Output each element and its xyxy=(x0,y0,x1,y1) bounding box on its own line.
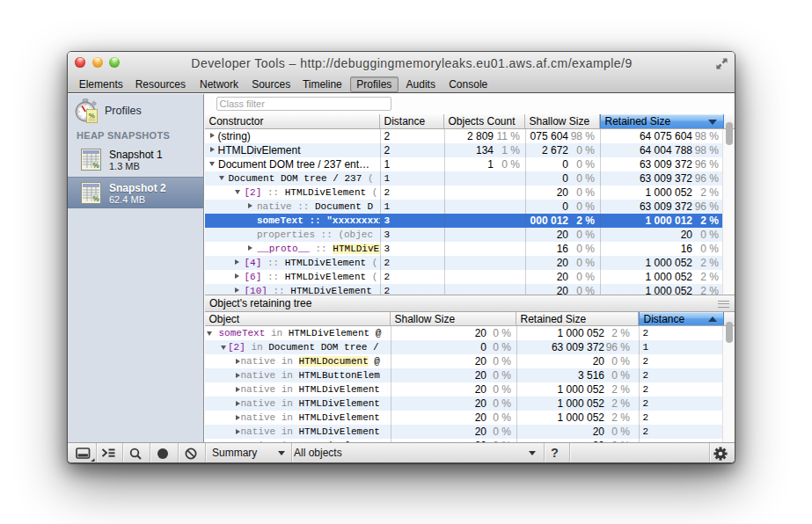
svg-text:%: % xyxy=(92,161,99,170)
svg-text:%: % xyxy=(89,112,95,120)
svg-text:%: % xyxy=(92,194,99,203)
